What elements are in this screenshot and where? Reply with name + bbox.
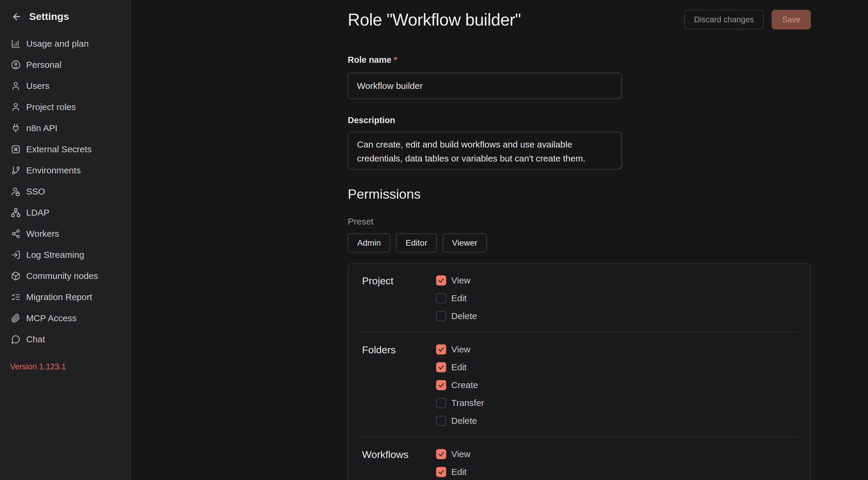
checkbox-checked[interactable]: [436, 467, 446, 477]
permissions-panel: ProjectViewEditDeleteFoldersViewEditCrea…: [348, 263, 811, 480]
sidebar-item-sso[interactable]: SSO: [10, 181, 124, 202]
bar-chart-icon: [11, 39, 21, 49]
permission-label: Delete: [451, 416, 477, 426]
preset-button-viewer[interactable]: Viewer: [443, 233, 487, 253]
back-arrow-icon[interactable]: [11, 11, 22, 22]
sidebar-item-label: MCP Access: [26, 313, 77, 323]
user-circle-icon: [11, 60, 21, 70]
sidebar-item-label: SSO: [26, 187, 45, 197]
header-actions: Discard changes Save: [684, 10, 811, 29]
checkbox-checked[interactable]: [436, 344, 446, 354]
user-lock-icon: [11, 187, 21, 197]
sidebar-item-label: Migration Report: [26, 292, 92, 302]
preset-button-admin[interactable]: Admin: [348, 233, 390, 253]
preset-label: Preset: [348, 217, 811, 227]
permission-row-project-edit[interactable]: Edit: [436, 293, 477, 303]
sidebar-item-community-nodes[interactable]: Community nodes: [10, 265, 124, 286]
permission-row-folders-edit[interactable]: Edit: [436, 362, 484, 372]
sidebar-item-ldap[interactable]: LDAP: [10, 202, 124, 223]
sidebar-item-n8n-api[interactable]: n8n API: [10, 118, 124, 138]
permission-label: Transfer: [451, 398, 484, 408]
sidebar-header: Settings: [10, 8, 124, 33]
permission-row-workflows-view[interactable]: View: [436, 449, 478, 459]
sidebar-item-users[interactable]: Users: [10, 75, 124, 96]
vault-icon: [11, 144, 21, 154]
sidebar-item-label: Chat: [26, 334, 45, 344]
checkbox-unchecked[interactable]: [436, 398, 446, 408]
box-icon: [11, 271, 21, 281]
permissions-heading: Permissions: [348, 187, 811, 202]
sidebar-item-log-streaming[interactable]: Log Streaming: [10, 244, 124, 265]
sidebar-item-label: LDAP: [26, 207, 50, 218]
sidebar-item-label: Users: [26, 81, 50, 91]
permission-label: Create: [451, 380, 478, 390]
page-header: Role "Workflow builder" Discard changes …: [348, 10, 811, 29]
sidebar-item-label: Environments: [26, 165, 81, 175]
sidebar-title: Settings: [29, 11, 69, 22]
network-icon: [11, 207, 21, 218]
share-icon: [11, 229, 21, 239]
permission-rows: ViewEditCreate: [436, 449, 478, 480]
checkbox-unchecked[interactable]: [436, 293, 446, 303]
checkbox-checked[interactable]: [436, 276, 446, 286]
plug-icon: [11, 123, 21, 133]
sidebar-item-usage-and-plan[interactable]: Usage and plan: [10, 33, 124, 54]
permission-group-name: Folders: [362, 344, 436, 426]
checkbox-unchecked[interactable]: [436, 311, 446, 321]
sidebar-item-label: n8n API: [26, 123, 57, 133]
description-textarea[interactable]: Can create, edit and build workflows and…: [348, 132, 622, 169]
sidebar-item-project-roles[interactable]: Project roles: [10, 96, 124, 118]
permission-label: View: [451, 276, 470, 286]
sidebar-item-mcp-access[interactable]: MCP Access: [10, 308, 124, 329]
permission-label: Edit: [451, 467, 467, 477]
permission-row-folders-delete[interactable]: Delete: [436, 416, 484, 426]
sidebar-item-chat[interactable]: Chat: [10, 329, 124, 350]
checkbox-checked[interactable]: [436, 380, 446, 390]
role-name-label-text: Role name: [348, 55, 392, 65]
permission-label: View: [451, 449, 470, 459]
preset-button-editor[interactable]: Editor: [396, 233, 437, 253]
sidebar-item-label: Community nodes: [26, 271, 98, 281]
main-content: Role "Workflow builder" Discard changes …: [131, 0, 868, 480]
sidebar-item-migration-report[interactable]: Migration Report: [10, 286, 124, 308]
settings-sidebar: Settings Usage and planPersonalUsersProj…: [0, 0, 131, 480]
user-icon: [11, 81, 21, 91]
permission-row-project-view[interactable]: View: [436, 276, 477, 286]
role-name-label: Role name*: [348, 55, 811, 65]
checkbox-checked[interactable]: [436, 362, 446, 372]
permission-row-workflows-edit[interactable]: Edit: [436, 467, 478, 477]
permission-row-folders-view[interactable]: View: [436, 344, 484, 354]
sidebar-item-label: Usage and plan: [26, 39, 89, 49]
permission-row-folders-transfer[interactable]: Transfer: [436, 398, 484, 408]
checkbox-unchecked[interactable]: [436, 416, 446, 426]
message-circle-icon: [11, 334, 21, 344]
sidebar-menu: Usage and planPersonalUsersProject roles…: [10, 33, 124, 350]
permission-row-folders-create[interactable]: Create: [436, 380, 484, 390]
permission-group-name: Workflows: [362, 449, 436, 480]
permission-group-project: ProjectViewEditDelete: [348, 263, 810, 332]
list-checks-icon: [11, 292, 21, 302]
permission-row-project-delete[interactable]: Delete: [436, 311, 477, 321]
description-label: Description: [348, 116, 811, 125]
required-asterisk: *: [394, 55, 397, 65]
checkbox-checked[interactable]: [436, 449, 446, 459]
sidebar-item-external-secrets[interactable]: External Secrets: [10, 138, 124, 160]
permission-label: Edit: [451, 362, 467, 372]
role-name-input[interactable]: [348, 72, 622, 99]
sidebar-item-personal[interactable]: Personal: [10, 54, 124, 75]
permission-label: Edit: [451, 293, 467, 303]
permission-group-workflows: WorkflowsViewEditCreate: [348, 437, 810, 480]
permission-group-folders: FoldersViewEditCreateTransferDelete: [348, 332, 810, 437]
save-button[interactable]: Save: [772, 10, 811, 29]
sidebar-item-workers[interactable]: Workers: [10, 223, 124, 244]
sidebar-item-label: Personal: [26, 60, 61, 70]
permission-rows: ViewEditCreateTransferDelete: [436, 344, 484, 426]
discard-changes-button[interactable]: Discard changes: [684, 10, 764, 29]
sidebar-item-environments[interactable]: Environments: [10, 160, 124, 181]
permission-label: View: [451, 344, 470, 354]
permission-group-name: Project: [362, 276, 436, 321]
permission-rows: ViewEditDelete: [436, 276, 477, 321]
sidebar-item-label: Project roles: [26, 102, 76, 112]
sidebar-item-label: Log Streaming: [26, 250, 84, 260]
log-in-icon: [11, 250, 21, 260]
